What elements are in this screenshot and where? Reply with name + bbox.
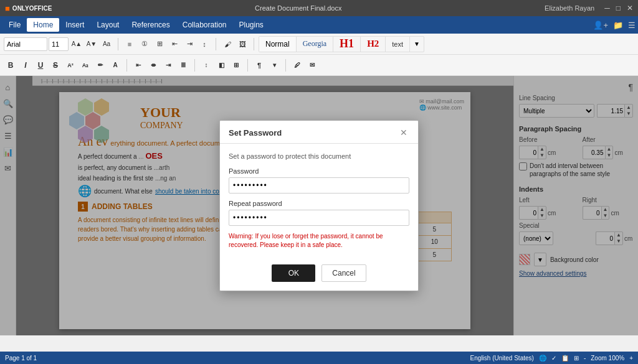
numbered-list-btn[interactable]: ① <box>138 37 151 51</box>
zoom-label: Zoom 100% <box>591 355 624 362</box>
menu-references[interactable]: References <box>125 18 176 32</box>
increase-indent-btn[interactable]: ⇥ <box>183 37 196 51</box>
increase-font-btn[interactable]: A▲ <box>70 37 83 51</box>
repeat-password-label: Repeat password <box>229 200 409 207</box>
decrease-indent-btn[interactable]: ⇤ <box>168 37 181 51</box>
modal-close-btn[interactable]: ✕ <box>398 127 409 138</box>
align-group: ⇤ ⇼ ⇥ ≣ <box>131 58 190 72</box>
menu-file[interactable]: File <box>2 18 27 32</box>
font-name-input[interactable]: Arial <box>4 37 47 51</box>
window-controls: ─ □ ✕ <box>604 4 633 12</box>
shading-btn[interactable]: ◧ <box>214 58 228 72</box>
style-georgia[interactable]: Georgia <box>297 36 333 52</box>
modal-overlay: Set Password ✕ Set a password to protect… <box>0 76 638 335</box>
superscript-btn[interactable]: A² <box>64 58 77 72</box>
align-center-btn[interactable]: ⇼ <box>146 58 160 72</box>
line-spacing-btn[interactable]: ↕ <box>199 58 213 72</box>
maximize-icon[interactable]: □ <box>616 4 621 12</box>
add-user-icon[interactable]: 👤+ <box>593 21 608 30</box>
styles-expand-btn[interactable]: ▼ <box>410 36 424 52</box>
language-label: English (United States) <box>470 355 534 362</box>
status-right: English (United States) 🌐 ✓ 📋 ⊞ - Zoom 1… <box>470 355 633 362</box>
globe-status-icon[interactable]: 🌐 <box>539 355 546 362</box>
modal-description: Set a password to protect this document <box>229 152 409 160</box>
menu-collaboration[interactable]: Collaboration <box>176 18 233 32</box>
spellcheck-icon[interactable]: ✓ <box>551 355 556 362</box>
mail-btn[interactable]: ✉ <box>305 58 319 72</box>
font-case-btn[interactable]: Aa <box>100 37 113 51</box>
modal-header: Set Password ✕ <box>220 121 418 144</box>
font-color-btn[interactable]: A <box>108 58 122 72</box>
format-toolbar: B I U S A² A₂ ✏ A ⇤ ⇼ ⇥ ≣ ↕ ◧ ⊞ ¶ ▾ 🖊 ✉ <box>0 55 638 76</box>
sep3 <box>254 38 254 50</box>
copy-style-btn[interactable]: 🖊 <box>290 58 304 72</box>
cancel-button[interactable]: Cancel <box>321 264 366 282</box>
status-bar: Page 1 of 1 English (United States) 🌐 ✓ … <box>0 352 638 364</box>
pilcrow-btn[interactable]: ¶ <box>252 58 266 72</box>
paint-btn[interactable]: 🖌 <box>221 37 234 51</box>
modal-footer: OK Cancel <box>220 264 418 291</box>
para-group: ↕ ◧ ⊞ <box>199 58 243 72</box>
align-right-btn[interactable]: ⇥ <box>161 58 175 72</box>
sort-btn[interactable]: ↕ <box>198 37 211 51</box>
sep7 <box>285 59 286 72</box>
menu-bar: File Home Insert Layout References Colla… <box>0 16 638 34</box>
title-bar: ■ ONLYOFFICE Create Document Final.docx … <box>0 0 638 16</box>
close-icon[interactable]: ✕ <box>627 4 633 12</box>
style-h2[interactable]: H2 <box>361 36 386 52</box>
repeat-password-input[interactable] <box>229 210 409 226</box>
decrease-font-btn[interactable]: A▼ <box>85 37 98 51</box>
sep5 <box>194 59 195 72</box>
style-h1[interactable]: H1 <box>333 36 361 52</box>
set-password-dialog: Set Password ✕ Set a password to protect… <box>219 120 419 291</box>
align-left-btn[interactable]: ⇤ <box>131 58 145 72</box>
toolbar: Arial 11 A▲ A▼ Aa ≡ ① ⊞ ⇤ ⇥ ↕ 🖌 🖼 Normal… <box>0 34 638 55</box>
track-icon[interactable]: 📋 <box>561 355 569 362</box>
app-name: ONLYOFFICE <box>12 5 52 12</box>
zoom-in-icon[interactable]: + <box>629 355 633 362</box>
sep2 <box>216 38 216 50</box>
multilevel-list-btn[interactable]: ⊞ <box>153 37 166 51</box>
menu-plugins[interactable]: Plugins <box>233 18 270 32</box>
image-btn[interactable]: 🖼 <box>236 37 249 51</box>
zoom-out-icon[interactable]: - <box>584 355 586 362</box>
menu-insert[interactable]: Insert <box>59 18 90 32</box>
insert-group: 🖊 ✉ <box>290 58 319 72</box>
text-format-group: B I U S A² A₂ ✏ A <box>4 58 122 72</box>
password-label: Password <box>229 167 409 175</box>
password-input[interactable] <box>229 177 409 194</box>
menu-layout[interactable]: Layout <box>90 18 125 32</box>
page-count: Page 1 of 1 <box>5 355 37 362</box>
font-controls: Arial 11 A▲ A▼ Aa <box>4 37 113 51</box>
view-icon[interactable]: ⊞ <box>574 355 579 362</box>
sep6 <box>247 59 248 72</box>
symbols-group: ¶ ▾ <box>252 58 281 72</box>
underline-btn[interactable]: U <box>34 58 47 72</box>
window-title: Create Document Final.docx <box>255 4 341 12</box>
subscript-btn[interactable]: A₂ <box>79 58 92 72</box>
style-normal[interactable]: Normal <box>259 36 297 52</box>
strikethrough-btn[interactable]: S <box>49 58 62 72</box>
font-size-input[interactable]: 11 <box>49 37 69 51</box>
sep1 <box>118 38 118 50</box>
minimize-icon[interactable]: ─ <box>604 4 610 12</box>
ok-button[interactable]: OK <box>272 264 315 282</box>
list-controls: ≡ ① ⊞ ⇤ ⇥ ↕ <box>123 37 211 51</box>
bullet-list-btn[interactable]: ≡ <box>123 37 136 51</box>
menu-home[interactable]: Home <box>27 18 59 32</box>
sep4 <box>126 59 127 72</box>
folder-icon[interactable]: 📁 <box>613 21 623 30</box>
more-btn[interactable]: ▾ <box>267 58 281 72</box>
modal-warning: Warning: If you lose or forget the passw… <box>229 232 409 250</box>
bold-btn[interactable]: B <box>4 58 17 72</box>
status-left: Page 1 of 1 <box>5 355 37 362</box>
app-logo: ■ ONLYOFFICE <box>5 4 52 13</box>
modal-title: Set Password <box>229 128 282 138</box>
style-text[interactable]: text <box>386 36 410 52</box>
justify-btn[interactable]: ≣ <box>176 58 190 72</box>
highlight-btn[interactable]: ✏ <box>93 58 107 72</box>
menu-icon[interactable]: ☰ <box>628 21 636 30</box>
user-name: Elizabeth Rayan <box>545 4 594 12</box>
borders-btn[interactable]: ⊞ <box>229 58 243 72</box>
italic-btn[interactable]: I <box>19 58 32 72</box>
